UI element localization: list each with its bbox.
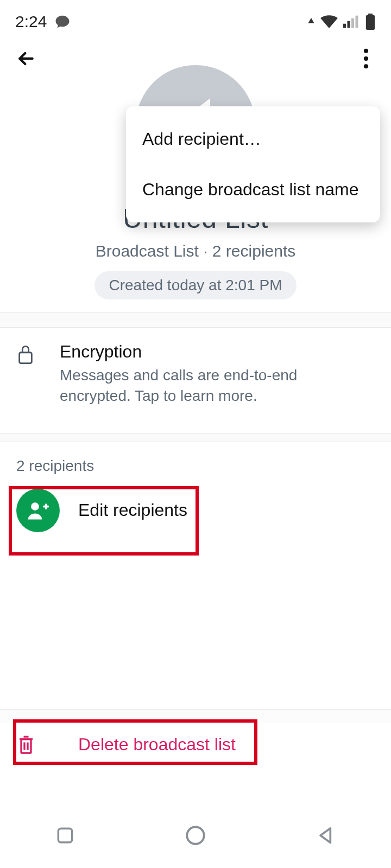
menu-item-add-recipient[interactable]: Add recipient… bbox=[126, 114, 380, 164]
menu-item-change-name[interactable]: Change broadcast list name bbox=[126, 164, 380, 215]
section-divider bbox=[0, 433, 391, 442]
svg-rect-12 bbox=[58, 828, 72, 842]
svg-rect-1 bbox=[348, 21, 350, 28]
encryption-subtitle: Messages and calls are end-to-end encryp… bbox=[60, 365, 342, 406]
battery-icon bbox=[365, 14, 376, 30]
lock-icon bbox=[16, 344, 35, 366]
chat-bubble-icon bbox=[54, 14, 71, 30]
trash-icon bbox=[16, 734, 36, 756]
delete-broadcast-label: Delete broadcast list bbox=[78, 735, 236, 755]
svg-point-7 bbox=[364, 56, 368, 61]
back-arrow-icon bbox=[15, 48, 37, 69]
broadcast-list-subtitle: Broadcast List · 2 recipients bbox=[0, 242, 391, 260]
svg-rect-4 bbox=[368, 14, 373, 15]
status-bar: 2:24 bbox=[0, 0, 391, 38]
overflow-menu: Add recipient… Change broadcast list nam… bbox=[126, 106, 380, 222]
status-time: 2:24 bbox=[15, 12, 47, 31]
edit-recipients-row[interactable]: Edit recipients bbox=[0, 480, 391, 541]
recipients-header: 2 recipients bbox=[0, 442, 391, 480]
svg-rect-3 bbox=[356, 16, 358, 28]
circle-icon bbox=[184, 824, 207, 847]
nav-home-button[interactable] bbox=[180, 820, 211, 851]
svg-point-8 bbox=[364, 64, 368, 68]
created-timestamp: Created today at 2:01 PM bbox=[94, 271, 296, 299]
triangle-back-icon bbox=[315, 825, 337, 846]
more-options-button[interactable] bbox=[351, 43, 381, 74]
svg-rect-0 bbox=[343, 24, 346, 28]
system-nav-bar bbox=[0, 803, 391, 868]
svg-rect-11 bbox=[21, 739, 31, 753]
back-button[interactable] bbox=[11, 43, 41, 74]
svg-point-13 bbox=[187, 827, 204, 844]
signal-icon bbox=[343, 15, 360, 28]
delete-broadcast-row[interactable]: Delete broadcast list bbox=[0, 723, 391, 767]
svg-rect-2 bbox=[351, 18, 354, 28]
add-person-icon bbox=[16, 489, 60, 532]
encryption-title: Encryption bbox=[60, 342, 375, 362]
wifi-icon bbox=[320, 15, 338, 28]
section-divider bbox=[0, 709, 391, 723]
more-vertical-icon bbox=[363, 48, 369, 69]
data-icon bbox=[307, 18, 315, 25]
svg-rect-5 bbox=[366, 15, 375, 30]
svg-point-10 bbox=[31, 502, 39, 510]
app-bar bbox=[0, 38, 391, 81]
section-divider bbox=[0, 312, 391, 328]
nav-recents-button[interactable] bbox=[50, 820, 80, 851]
edit-recipients-label: Edit recipients bbox=[78, 500, 187, 520]
nav-back-button[interactable] bbox=[311, 820, 341, 851]
svg-point-6 bbox=[364, 49, 368, 53]
svg-rect-9 bbox=[20, 353, 32, 363]
square-icon bbox=[55, 825, 75, 846]
encryption-row[interactable]: Encryption Messages and calls are end-to… bbox=[0, 328, 391, 420]
